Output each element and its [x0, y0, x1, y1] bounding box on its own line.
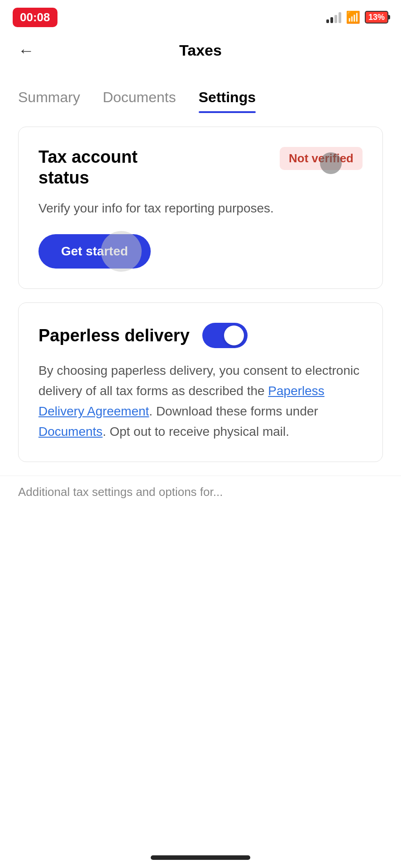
paperless-header: Paperless delivery	[38, 323, 363, 348]
nav-header: ← Taxes	[0, 33, 401, 68]
toggle-track	[202, 323, 248, 348]
tabs-bar: Summary Documents Settings	[0, 82, 401, 113]
get-started-button[interactable]: Get started	[38, 234, 151, 269]
toggle-thumb	[224, 326, 244, 345]
signal-icon	[326, 11, 341, 23]
tax-account-description: Verify your info for tax reporting purpo…	[38, 199, 363, 218]
paperless-delivery-card: Paperless delivery By choosing paperless…	[18, 302, 383, 462]
paperless-description: By choosing paperless delivery, you cons…	[38, 361, 363, 442]
page-title: Taxes	[179, 42, 222, 59]
tax-account-title: Tax account status	[38, 147, 192, 188]
battery-icon: 13%	[365, 11, 388, 24]
paperless-toggle[interactable]	[202, 323, 248, 348]
back-button[interactable]: ←	[18, 41, 34, 60]
tab-settings[interactable]: Settings	[199, 82, 256, 113]
status-bar: 00:08 📶 13%	[0, 0, 401, 33]
status-time: 00:08	[13, 8, 57, 27]
wifi-icon: 📶	[346, 10, 360, 24]
status-icons: 📶 13%	[326, 10, 388, 24]
tab-documents[interactable]: Documents	[103, 82, 176, 113]
not-verified-badge: Not verified	[280, 147, 363, 170]
documents-link[interactable]: Documents	[38, 425, 103, 439]
home-indicator	[151, 855, 250, 860]
cards-container: Tax account status Not verified Verify y…	[0, 113, 401, 476]
tax-account-card: Tax account status Not verified Verify y…	[18, 127, 383, 289]
card-header: Tax account status Not verified	[38, 147, 363, 188]
paperless-title: Paperless delivery	[38, 326, 190, 345]
bottom-hint: Additional tax settings and options for.…	[0, 476, 401, 508]
tab-summary[interactable]: Summary	[18, 82, 80, 113]
